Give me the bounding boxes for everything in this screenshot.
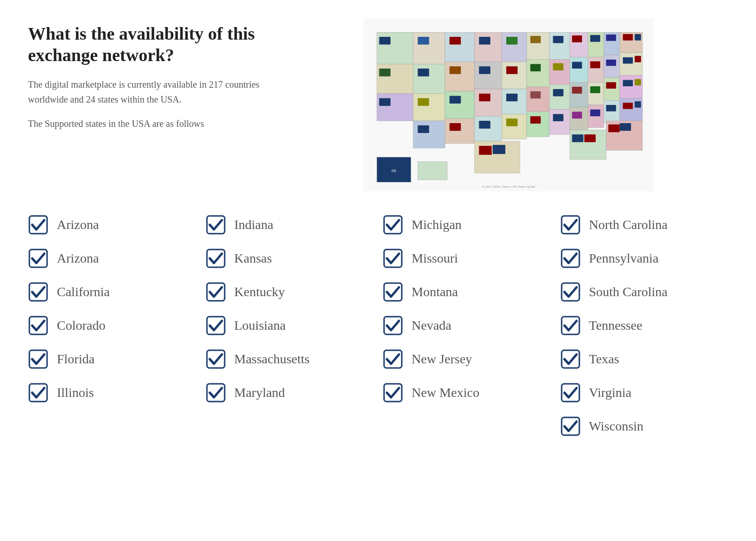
state-name-label: Colorado bbox=[57, 318, 105, 333]
state-name-label: Missouri bbox=[412, 251, 458, 266]
state-name-label: Texas bbox=[589, 352, 619, 367]
state-item: Wisconsin bbox=[560, 416, 729, 437]
state-name-label: Illinois bbox=[57, 385, 94, 400]
state-item: Arizona bbox=[28, 215, 196, 235]
checkbox-checked-icon bbox=[383, 248, 403, 269]
state-item: Virginia bbox=[560, 382, 729, 403]
text-block: What is the availability of this exchang… bbox=[28, 19, 270, 191]
svg-rect-36 bbox=[474, 116, 502, 141]
svg-rect-101 bbox=[608, 125, 619, 132]
svg-rect-86 bbox=[418, 125, 429, 133]
checkbox-checked-icon bbox=[28, 282, 48, 302]
description-paragraph-1: The digital marketplace is currently ava… bbox=[28, 77, 270, 107]
svg-rect-89 bbox=[506, 118, 517, 126]
checkbox-checked-icon bbox=[28, 349, 48, 369]
state-item: Massachusetts bbox=[206, 349, 374, 369]
state-name-label: Montana bbox=[412, 284, 458, 299]
checkbox-checked-icon bbox=[206, 248, 226, 269]
checkbox-checked-icon bbox=[383, 382, 403, 403]
svg-rect-32 bbox=[604, 78, 619, 101]
svg-rect-38 bbox=[527, 112, 550, 137]
svg-rect-53 bbox=[479, 37, 490, 45]
state-item: Tennessee bbox=[560, 315, 729, 336]
checkbox-checked-icon bbox=[206, 215, 226, 235]
checkbox-checked-icon bbox=[560, 248, 581, 269]
state-item: Florida bbox=[28, 349, 196, 369]
svg-rect-17 bbox=[527, 60, 550, 87]
state-item: North Carolina bbox=[560, 215, 729, 235]
state-item: Michigan bbox=[383, 215, 551, 235]
checkbox-checked-icon bbox=[28, 315, 48, 336]
state-item: Illinois bbox=[28, 382, 196, 403]
svg-rect-72 bbox=[623, 57, 632, 64]
checkbox-checked-icon bbox=[206, 315, 226, 336]
svg-rect-50 bbox=[379, 37, 391, 45]
state-column-3: Michigan Missouri Montana Nevada New Jer… bbox=[383, 215, 551, 437]
svg-rect-27 bbox=[502, 89, 527, 114]
state-item: Colorado bbox=[28, 315, 196, 336]
svg-rect-51 bbox=[418, 37, 429, 45]
checkbox-checked-icon bbox=[206, 382, 226, 403]
checkbox-checked-icon bbox=[383, 315, 403, 336]
svg-rect-78 bbox=[506, 94, 517, 102]
svg-text:of_the_United_States_with_flag: of_the_United_States_with_flags.svg.png bbox=[482, 185, 536, 188]
svg-rect-68 bbox=[553, 63, 563, 70]
svg-text:AK: AK bbox=[391, 169, 397, 173]
svg-rect-83 bbox=[606, 82, 616, 89]
checkbox-checked-icon bbox=[383, 215, 403, 235]
svg-rect-57 bbox=[572, 35, 582, 42]
state-name-label: Arizona bbox=[57, 251, 99, 266]
svg-rect-54 bbox=[506, 37, 517, 45]
state-item: Arizona bbox=[28, 248, 196, 269]
svg-rect-82 bbox=[590, 86, 600, 93]
checkbox-checked-icon bbox=[383, 349, 403, 369]
svg-rect-20 bbox=[588, 57, 604, 83]
svg-rect-67 bbox=[530, 64, 541, 71]
checkbox-checked-icon bbox=[560, 382, 581, 403]
state-item: New Mexico bbox=[383, 382, 551, 403]
svg-rect-71 bbox=[606, 60, 616, 66]
state-name-label: Michigan bbox=[412, 217, 461, 232]
svg-rect-26 bbox=[474, 89, 502, 116]
state-item: California bbox=[28, 282, 196, 302]
svg-rect-87 bbox=[449, 123, 460, 131]
svg-rect-19 bbox=[570, 57, 588, 83]
svg-rect-90 bbox=[530, 116, 541, 124]
svg-rect-5 bbox=[502, 32, 527, 62]
svg-rect-84 bbox=[623, 80, 632, 86]
state-name-label: Virginia bbox=[589, 385, 632, 400]
svg-rect-80 bbox=[553, 89, 563, 97]
checkbox-checked-icon bbox=[560, 315, 581, 336]
checkbox-checked-icon bbox=[560, 349, 581, 369]
state-name-label: Louisiana bbox=[234, 318, 286, 333]
svg-rect-25 bbox=[445, 91, 474, 118]
state-column-1: Arizona Arizona California Colorado Flor… bbox=[28, 215, 196, 437]
checkbox-checked-icon bbox=[28, 215, 48, 235]
state-item: New Jersey bbox=[383, 349, 551, 369]
state-name-label: Kentucky bbox=[234, 284, 285, 299]
svg-rect-34 bbox=[413, 121, 445, 148]
states-grid: Arizona Arizona California Colorado Flor… bbox=[28, 215, 728, 437]
svg-rect-55 bbox=[530, 36, 541, 43]
svg-rect-65 bbox=[479, 66, 490, 74]
state-item: Maryland bbox=[206, 382, 374, 403]
svg-rect-35 bbox=[445, 118, 474, 144]
state-name-label: Maryland bbox=[234, 385, 285, 400]
svg-rect-91 bbox=[553, 114, 563, 121]
state-item: Pennsylvania bbox=[560, 248, 729, 269]
svg-rect-58 bbox=[590, 35, 600, 42]
svg-rect-74 bbox=[379, 98, 391, 106]
svg-rect-39 bbox=[550, 110, 570, 135]
svg-rect-59 bbox=[606, 35, 616, 41]
state-name-label: Wisconsin bbox=[589, 419, 644, 434]
state-name-label: New Mexico bbox=[412, 385, 479, 400]
checkbox-checked-icon bbox=[383, 282, 403, 302]
state-name-label: Florida bbox=[57, 352, 95, 367]
state-item: Kansas bbox=[206, 248, 374, 269]
svg-rect-60 bbox=[623, 34, 632, 41]
svg-rect-69 bbox=[572, 62, 582, 69]
state-name-label: North Carolina bbox=[589, 217, 668, 232]
state-name-label: Arizona bbox=[57, 217, 99, 232]
svg-rect-75 bbox=[418, 98, 429, 106]
svg-rect-92 bbox=[572, 112, 582, 119]
